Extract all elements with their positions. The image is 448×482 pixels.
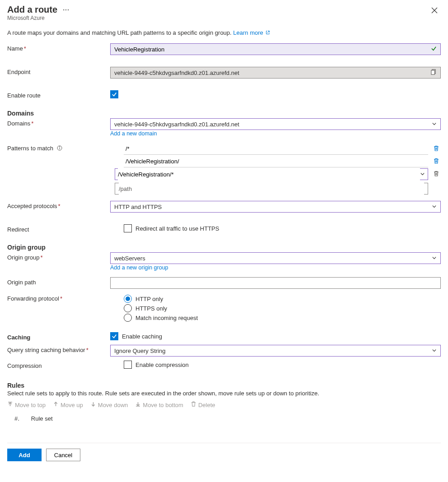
row-domains: Domains* vehicle-9449-c5hkdvgsarfndkd0.z… (7, 118, 441, 137)
domains-select[interactable]: vehicle-9449-c5hkdvgsarfndkd0.z01.azuref… (110, 118, 441, 130)
redirect-checkbox[interactable] (124, 224, 132, 232)
row-query-string-caching: Query string caching behavior* Ignore Qu… (7, 345, 441, 357)
qs-caching-value: Ignore Query String (114, 348, 165, 354)
forwarding-https-only[interactable]: HTTPS only (124, 304, 441, 312)
row-patterns: Patterns to match (7, 143, 441, 195)
info-icon[interactable] (57, 145, 62, 151)
name-input[interactable] (114, 44, 431, 55)
redirect-checkbox-label: Redirect all traffic to use HTTPS (135, 225, 219, 232)
panel-header: Add a route ··· Microsoft Azure (7, 5, 441, 21)
radio-icon (124, 314, 132, 322)
rules-toolbar: Move to top Move up Move down Move to bo… (7, 401, 441, 408)
svg-rect-3 (431, 70, 434, 74)
row-forwarding-protocol: Forwarding protocol* HTTP only HTTPS onl… (7, 293, 441, 323)
close-button[interactable] (428, 5, 441, 17)
delete-rule-button[interactable]: Delete (191, 401, 215, 408)
label-name: Name* (7, 43, 110, 52)
row-compression: Compression Enable compression (7, 361, 441, 369)
ruleset-table-header: #. Rule set (7, 413, 441, 426)
qs-caching-select[interactable]: Ignore Query String (110, 345, 441, 357)
domains-select-value: vehicle-9449-c5hkdvgsarfndkd0.z01.azuref… (114, 121, 239, 128)
pattern-row (124, 143, 441, 155)
row-accepted-protocols: Accepted protocols* HTTP and HTTPS (7, 201, 441, 213)
pattern-input-2[interactable] (118, 168, 420, 180)
panel-title: Add a route ··· (7, 5, 428, 15)
origin-group-select[interactable]: webServers (110, 252, 441, 264)
label-origin-path: Origin path (7, 277, 110, 286)
compression-checkbox[interactable] (124, 361, 132, 369)
close-icon (431, 7, 438, 15)
arrow-up-icon (53, 401, 59, 408)
col-ruleset: Rule set (31, 415, 53, 422)
arrow-down-bar-icon (135, 401, 141, 408)
enable-route-checkbox[interactable] (110, 90, 118, 98)
chevron-down-icon (432, 348, 437, 354)
move-to-top-button[interactable]: Move to top (7, 401, 46, 408)
label-forwarding-protocol: Forwarding protocol* (7, 293, 110, 302)
compression-label: Enable compression (135, 362, 189, 368)
svg-point-6 (59, 147, 60, 147)
label-domains: Domains* (7, 118, 110, 127)
row-origin-path: Origin path (7, 277, 441, 289)
panel-subtitle: Microsoft Azure (7, 15, 428, 21)
row-redirect: Redirect Redirect all traffic to use HTT… (7, 224, 441, 233)
label-origin-group: Origin group* (7, 252, 110, 261)
forwarding-http-only[interactable]: HTTP only (124, 295, 441, 303)
label-accepted-protocols: Accepted protocols* (7, 201, 110, 209)
col-number: #. (14, 415, 19, 422)
origin-path-input[interactable] (110, 277, 441, 289)
row-caching: Caching Enable caching (7, 332, 441, 341)
name-input-wrap[interactable] (110, 43, 441, 55)
cancel-button[interactable]: Cancel (46, 449, 80, 461)
label-patterns: Patterns to match (7, 143, 110, 152)
section-domains: Domains (7, 110, 441, 117)
radio-icon (124, 304, 132, 312)
arrow-down-icon (90, 401, 96, 408)
pattern-input-0[interactable] (124, 143, 428, 155)
label-qs-caching: Query string caching behavior* (7, 345, 110, 353)
section-origin-group: Origin group (7, 244, 441, 251)
move-up-button[interactable]: Move up (53, 401, 83, 408)
title-text: Add a route (7, 5, 57, 15)
add-domain-link[interactable]: Add a new domain (110, 130, 157, 137)
radio-icon (124, 295, 132, 303)
chevron-down-icon (432, 204, 437, 210)
chevron-down-icon (432, 255, 437, 262)
accepted-protocols-value: HTTP and HTTPS (114, 204, 162, 210)
arrow-up-bar-icon (7, 401, 13, 408)
move-down-button[interactable]: Move down (90, 401, 128, 408)
pattern-row (124, 156, 441, 167)
delete-pattern-button[interactable] (432, 158, 441, 166)
pattern-input-new[interactable] (119, 183, 424, 195)
delete-pattern-button[interactable] (432, 171, 441, 178)
learn-more-link[interactable]: Learn more (233, 29, 270, 36)
add-origin-group-link[interactable]: Add a new origin group (110, 264, 168, 271)
pattern-row-new (115, 183, 441, 195)
add-button[interactable]: Add (7, 449, 42, 461)
pattern-active-wrap[interactable] (115, 168, 428, 180)
row-endpoint: Endpoint vehicle-9449-c5hkdvgsarfndkd0.z… (7, 67, 441, 79)
enable-caching-label: Enable caching (122, 333, 162, 340)
pattern-input-1[interactable] (124, 156, 428, 167)
label-compression: Compression (7, 361, 110, 369)
enable-caching-checkbox[interactable] (110, 332, 118, 340)
section-caching: Caching (7, 332, 110, 341)
delete-pattern-button[interactable] (432, 145, 441, 153)
move-to-bottom-button[interactable]: Move to bottom (135, 401, 183, 408)
section-rules: Rules (7, 382, 441, 389)
pattern-row-active (115, 168, 441, 180)
chevron-down-icon (432, 121, 437, 128)
endpoint-readonly: vehicle-9449-c5hkdvgsarfndkd0.z01.azuref… (110, 67, 441, 79)
valid-check-icon (431, 46, 437, 53)
forwarding-match-incoming[interactable]: Match incoming request (124, 314, 441, 322)
panel-footer: Add Cancel (7, 443, 441, 461)
intro-text: A route maps your domains and matching U… (7, 29, 441, 36)
copy-button[interactable] (431, 69, 437, 76)
accepted-protocols-select[interactable]: HTTP and HTTPS (110, 201, 441, 213)
pattern-new-input-wrap[interactable] (115, 183, 428, 195)
label-enable-route: Enable route (7, 90, 110, 99)
external-link-icon (266, 29, 270, 34)
more-icon[interactable]: ··· (63, 6, 70, 14)
label-redirect: Redirect (7, 224, 110, 233)
row-name: Name* (7, 43, 441, 55)
